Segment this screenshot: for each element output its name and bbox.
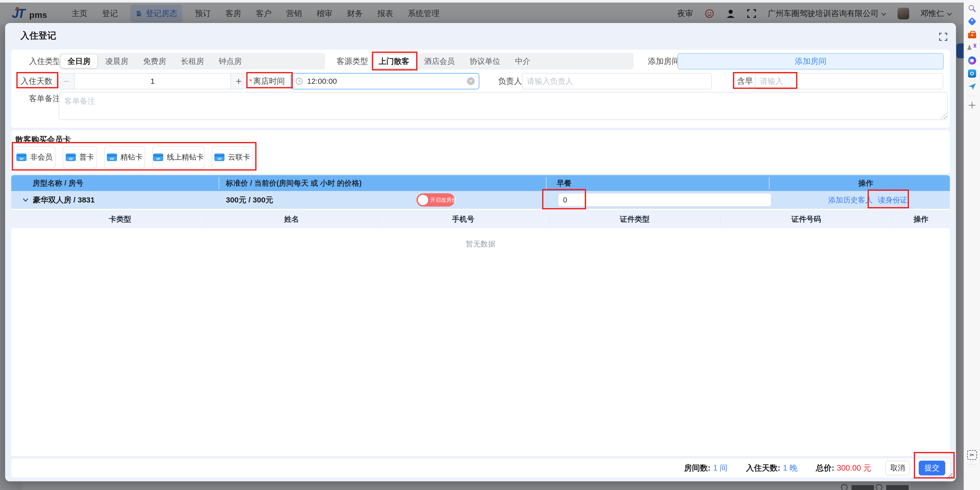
- breakfast-count-input[interactable]: [558, 193, 772, 207]
- cancel-button[interactable]: 取消: [886, 461, 910, 476]
- col-card-type: 卡类型: [34, 210, 206, 228]
- column-divider: [769, 177, 770, 189]
- breakfast-included-input[interactable]: [755, 73, 943, 89]
- checkout-time-label-text: 离店时间: [253, 77, 285, 86]
- order-note-wrap: [59, 92, 948, 120]
- col-id-number: 证件号码: [721, 210, 892, 228]
- stay-type-option-long-term[interactable]: 长租房: [174, 55, 210, 68]
- clear-icon[interactable]: ✕: [467, 78, 475, 85]
- stay-type-option-free[interactable]: 免费房: [137, 55, 173, 68]
- clock-icon: [295, 78, 303, 85]
- stay-type-label: 入住类型: [29, 53, 61, 70]
- guest-table-header: 卡类型 姓名 手机号 证件类型 证件号码 操作: [11, 210, 950, 228]
- guest-source-option-agreement[interactable]: 协议单位: [463, 55, 507, 68]
- col-price: 标准价 / 当前价(房间每天 或 小时 的价格): [226, 175, 362, 191]
- manager-label: 负责人: [498, 73, 522, 89]
- outlook-icon[interactable]: O: [967, 69, 977, 78]
- total-price: 总价: 300.00 元: [816, 463, 871, 473]
- stay-type-option-hourly[interactable]: 钟点房: [212, 55, 248, 68]
- microsoft-365-icon[interactable]: [967, 56, 977, 65]
- guest-source-option-agent[interactable]: 中介: [508, 55, 537, 68]
- browser-sidebar: ♟♜ O: [964, 0, 980, 490]
- guest-source-label: 客源类型: [336, 53, 368, 70]
- guest-source-segmented: 上门散客 酒店会员 协议单位 中介: [371, 53, 633, 70]
- col-id-type: 证件类型: [549, 210, 721, 228]
- browser-top-edge: [0, 0, 968, 3]
- order-note-label: 客单备注: [29, 92, 60, 105]
- stepper-plus-button[interactable]: +: [231, 73, 246, 89]
- checkout-time-input[interactable]: [307, 77, 463, 86]
- toolbox-icon[interactable]: [967, 30, 977, 39]
- member-section-title: 散客购买会员卡: [15, 134, 71, 145]
- toggle-knob: [418, 195, 428, 205]
- vip-card-icon: VIP: [107, 154, 117, 161]
- send-icon[interactable]: [967, 82, 977, 91]
- guest-source-option-member[interactable]: 酒店会员: [417, 55, 461, 68]
- manager-input[interactable]: [522, 73, 712, 89]
- read-id-card-link[interactable]: 读身份证: [878, 191, 907, 209]
- chevron-down-icon[interactable]: [22, 191, 29, 209]
- stepper-minus-button[interactable]: −: [59, 73, 75, 89]
- guest-source-option-walkin[interactable]: 上门散客: [372, 55, 416, 68]
- col-actions: 操作: [840, 175, 891, 191]
- stay-type-option-full-day[interactable]: 全日房: [61, 55, 97, 68]
- room-table-header: 房型名称 / 房号 标准价 / 当前价(房间每天 或 小时 的价格) 早餐 操作: [11, 175, 950, 191]
- total-price-value: 300.00 元: [837, 463, 871, 473]
- add-icon[interactable]: [967, 100, 977, 110]
- sidebar-divider: [967, 464, 977, 465]
- stay-days-input[interactable]: [75, 73, 231, 89]
- search-icon[interactable]: [967, 3, 977, 13]
- dialog-resize-grip[interactable]: [945, 472, 953, 479]
- member-card-non-member[interactable]: VIP 非会员: [13, 146, 56, 168]
- games-icon[interactable]: ♟♜: [967, 43, 977, 52]
- room-name-cell: 豪华双人房 / 3831: [33, 191, 95, 209]
- vip-card-icon: VIP: [66, 154, 76, 161]
- add-room-label: 添加房间: [648, 53, 679, 70]
- dialog-footer: 房间数: 1 间 入住天数: 1 晚 总价: 300.00 元 取消 提交: [11, 458, 950, 477]
- checkin-dialog: 入住登记 入住类型 全日房 凌晨房 免费房 长租房 钟点房 客源类型 上门散客 …: [5, 23, 956, 481]
- svg-text:VIP: VIP: [156, 157, 160, 160]
- svg-text:VIP: VIP: [110, 157, 114, 160]
- member-card-label: 线上精钻卡: [167, 152, 204, 162]
- stay-days-label: 入住天数: [21, 73, 52, 89]
- member-card-yunlian[interactable]: VIP 云联卡: [212, 146, 253, 168]
- add-history-guest-link[interactable]: 添加历史客人: [828, 191, 873, 209]
- room-price-cell: 300元 / 300元: [226, 191, 273, 209]
- required-asterisk: *: [249, 78, 252, 85]
- column-divider: [546, 177, 546, 189]
- rooms-count-value: 1 间: [713, 463, 728, 473]
- stay-days-total-label: 入住天数:: [746, 463, 780, 473]
- member-card-label: 精钻卡: [121, 152, 143, 162]
- col-phone: 手机号: [377, 210, 549, 228]
- change-price-toggle[interactable]: 开启改房价: [417, 193, 455, 206]
- vip-card-icon: VIP: [16, 154, 27, 161]
- screenshot-icon[interactable]: [967, 450, 977, 460]
- checkout-time-label: *离店时间: [249, 73, 285, 89]
- col-name: 姓名: [206, 210, 378, 228]
- svg-text:VIP: VIP: [68, 157, 73, 160]
- col-breakfast: 早餐: [557, 175, 571, 191]
- shopping-tag-icon[interactable]: [967, 17, 977, 26]
- member-card-label: 非会员: [30, 152, 52, 162]
- room-table-row: 豪华双人房 / 3831 300元 / 300元 开启改房价 添加历史客人 读身…: [11, 191, 950, 209]
- vip-card-icon: VIP: [153, 154, 163, 161]
- add-room-button[interactable]: 添加房间: [678, 53, 944, 70]
- expand-icon[interactable]: [938, 32, 948, 42]
- empty-data-text: 暂无数据: [11, 239, 950, 249]
- stay-days-total-value: 1 晚: [783, 463, 797, 473]
- order-note-textarea[interactable]: [59, 92, 948, 120]
- toggle-label: 开启改房价: [430, 197, 457, 203]
- stay-days-total: 入住天数: 1 晚: [746, 463, 797, 473]
- col-operation: 操作: [892, 210, 950, 228]
- member-card-online-diamond[interactable]: VIP 线上精钻卡: [152, 146, 205, 168]
- sidebar-divider: [967, 96, 977, 96]
- member-card-diamond[interactable]: VIP 精钻卡: [104, 146, 145, 168]
- checkout-time-picker[interactable]: ✕: [291, 73, 479, 89]
- submit-button[interactable]: 提交: [919, 461, 945, 476]
- member-card-label: 普卡: [80, 152, 94, 162]
- stay-type-option-early-morning[interactable]: 凌晨房: [99, 55, 135, 68]
- breakfast-included-label: 含早: [737, 73, 753, 89]
- stay-days-stepper: − +: [58, 73, 247, 89]
- dialog-title: 入住登记: [21, 30, 56, 41]
- member-card-basic[interactable]: VIP 普卡: [63, 146, 97, 168]
